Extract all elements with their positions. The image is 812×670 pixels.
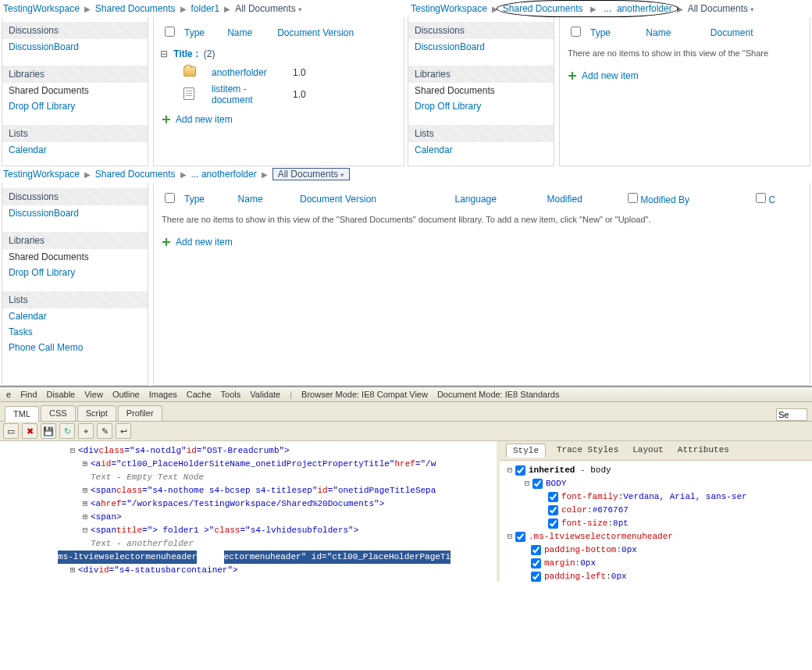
devtools-search[interactable] bbox=[776, 408, 807, 421]
bc-view-selector[interactable]: All Documents▾ bbox=[235, 3, 301, 14]
style-pane: Style Trace Styles Layout Attributes ⊟in… bbox=[500, 441, 812, 582]
table-row[interactable]: listitem - document 1.0 bbox=[160, 81, 397, 108]
menu-item[interactable]: Cache bbox=[187, 390, 212, 399]
tab-profiler[interactable]: Profiler bbox=[118, 405, 162, 421]
toolbar-clear-icon[interactable]: ✖ bbox=[22, 423, 37, 439]
dom-tree[interactable]: ⊟<div class="s4-notdlg" id="OST-Breadcru… bbox=[0, 441, 500, 582]
toolbar-refresh-icon[interactable]: ↻ bbox=[59, 423, 75, 439]
style-tab-attrs[interactable]: Attributes bbox=[675, 444, 732, 458]
nav-tasks[interactable]: Tasks bbox=[9, 326, 33, 337]
col-name[interactable]: Name bbox=[646, 27, 671, 38]
rule-toggle[interactable] bbox=[548, 519, 558, 529]
nav-head-libraries: Libraries bbox=[2, 66, 148, 83]
menu-item[interactable]: Find bbox=[20, 390, 37, 399]
menu-item[interactable]: Outline bbox=[112, 390, 140, 399]
nav-shareddocs[interactable]: Shared Documents bbox=[2, 83, 148, 98]
folder-icon bbox=[183, 66, 196, 77]
bc-link-folder[interactable]: anotherfolder bbox=[617, 3, 672, 14]
item-name[interactable]: anotherfolder bbox=[212, 67, 267, 78]
nav-discussionboard[interactable]: DiscussionBoard bbox=[415, 41, 485, 52]
nav-calendar[interactable]: Calendar bbox=[415, 144, 453, 155]
nav-dropoff[interactable]: Drop Off Library bbox=[415, 101, 481, 112]
rule-toggle[interactable] bbox=[532, 479, 543, 489]
style-tab-style[interactable]: Style bbox=[506, 444, 546, 458]
nav-head-libraries: Libraries bbox=[2, 232, 148, 249]
bc-link-folder[interactable]: folder1 bbox=[191, 3, 220, 14]
bc-link-lib[interactable]: Shared Documents bbox=[503, 3, 583, 14]
bc-link-site[interactable]: TestingWorkspace bbox=[411, 3, 487, 14]
nav-discussionboard[interactable]: DiscussionBoard bbox=[9, 41, 79, 52]
bc-view-selector-boxed[interactable]: All Documents▾ bbox=[272, 168, 350, 180]
browser-mode[interactable]: Browser Mode: IE8 Compat View bbox=[301, 390, 428, 399]
rule-toggle[interactable] bbox=[531, 572, 541, 582]
breadcrumb-middle: TestingWorkspace ▶ Shared Documents ▶ ..… bbox=[3, 168, 809, 180]
document-list-pane: Type Name Document Version Language Modi… bbox=[153, 184, 810, 386]
col-docver[interactable]: Document bbox=[710, 27, 753, 38]
col-modified[interactable]: Modified bbox=[547, 194, 582, 205]
tab-script[interactable]: Script bbox=[77, 405, 116, 421]
bc-link-site[interactable]: TestingWorkspace bbox=[3, 3, 80, 14]
col-type[interactable]: Type bbox=[184, 27, 205, 38]
style-tab-trace[interactable]: Trace Styles bbox=[554, 444, 621, 458]
nav-calendar[interactable]: Calendar bbox=[9, 311, 47, 322]
menu-item[interactable]: Disable bbox=[47, 390, 76, 399]
col-modifiedby[interactable]: Modified By bbox=[640, 194, 689, 205]
bc-link-lib[interactable]: Shared Documents bbox=[95, 169, 176, 180]
select-all-checkbox[interactable] bbox=[165, 27, 175, 37]
rule-toggle[interactable] bbox=[548, 505, 558, 515]
tab-html[interactable]: TML bbox=[5, 406, 39, 422]
menu-item[interactable]: View bbox=[84, 390, 103, 399]
menu-item[interactable]: Validate bbox=[250, 390, 280, 399]
col-type[interactable]: Type bbox=[590, 27, 611, 38]
col-name[interactable]: Name bbox=[227, 27, 252, 38]
rule-toggle[interactable] bbox=[548, 492, 558, 502]
nav-discussionboard[interactable]: DiscussionBoard bbox=[9, 208, 79, 219]
bc-view-selector[interactable]: All Documents▾ bbox=[688, 3, 754, 14]
nav-dropoff[interactable]: Drop Off Library bbox=[9, 267, 75, 278]
col-c[interactable]: C bbox=[769, 194, 776, 205]
nav-dropoff[interactable]: Drop Off Library bbox=[9, 101, 75, 112]
rule-toggle[interactable] bbox=[515, 465, 525, 476]
col-c-checkbox[interactable] bbox=[756, 193, 766, 203]
group-header[interactable]: ⊟ Title : (2) bbox=[160, 45, 397, 64]
add-new-item[interactable]: Add new item bbox=[160, 108, 397, 131]
add-new-item[interactable]: Add new item bbox=[160, 230, 803, 254]
leftnav: Discussions DiscussionBoard Libraries Sh… bbox=[2, 184, 148, 386]
bc-link-folder[interactable]: anotherfolder bbox=[201, 169, 257, 180]
nav-head-lists: Lists bbox=[2, 125, 148, 142]
document-list-pane: Type Name Document Version ⊟ Title : (2)… bbox=[153, 17, 404, 166]
table-row[interactable]: anotherfolder 1.0 bbox=[160, 64, 397, 81]
rule-toggle[interactable] bbox=[531, 558, 541, 568]
menu-item[interactable]: e bbox=[6, 390, 11, 399]
col-modby-checkbox[interactable] bbox=[628, 193, 638, 203]
item-name[interactable]: listitem - document bbox=[212, 84, 253, 105]
col-type[interactable]: Type bbox=[184, 194, 205, 205]
select-all-checkbox[interactable] bbox=[571, 27, 581, 37]
nav-shareddocs[interactable]: Shared Documents bbox=[408, 83, 554, 98]
col-docver[interactable]: Document Version bbox=[300, 194, 376, 205]
rule-toggle[interactable] bbox=[515, 532, 525, 542]
menu-item[interactable]: Tools bbox=[221, 390, 241, 399]
select-all-checkbox[interactable] bbox=[165, 193, 175, 203]
col-language[interactable]: Language bbox=[455, 194, 497, 205]
menu-item[interactable]: Images bbox=[149, 390, 177, 399]
col-name[interactable]: Name bbox=[238, 194, 263, 205]
toolbar-save-icon[interactable]: 💾 bbox=[41, 423, 56, 439]
dom-selected-node[interactable]: ms-ltviewselectormenuheader ectormenuhea… bbox=[58, 551, 451, 564]
nav-phonecall[interactable]: Phone Call Memo bbox=[9, 342, 83, 353]
document-mode[interactable]: Document Mode: IE8 Standards bbox=[437, 390, 560, 399]
tab-css[interactable]: CSS bbox=[41, 405, 76, 421]
toolbar-edit-icon[interactable]: ✎ bbox=[97, 423, 112, 439]
plus-icon bbox=[162, 237, 171, 247]
bc-link-lib[interactable]: Shared Documents bbox=[95, 3, 176, 14]
toolbar-word-wrap-icon[interactable]: ↩ bbox=[116, 423, 131, 439]
bc-link-site[interactable]: TestingWorkspace bbox=[3, 169, 80, 180]
rule-toggle[interactable] bbox=[531, 545, 541, 555]
add-new-item[interactable]: Add new item bbox=[566, 64, 803, 87]
col-docver[interactable]: Document Version bbox=[277, 27, 354, 38]
toolbar-select-element-icon[interactable]: ▭ bbox=[3, 423, 19, 439]
nav-calendar[interactable]: Calendar bbox=[9, 144, 47, 155]
nav-shareddocs[interactable]: Shared Documents bbox=[2, 249, 148, 265]
style-tab-layout[interactable]: Layout bbox=[629, 444, 667, 458]
toolbar-view-icon[interactable]: ⌖ bbox=[78, 423, 94, 439]
